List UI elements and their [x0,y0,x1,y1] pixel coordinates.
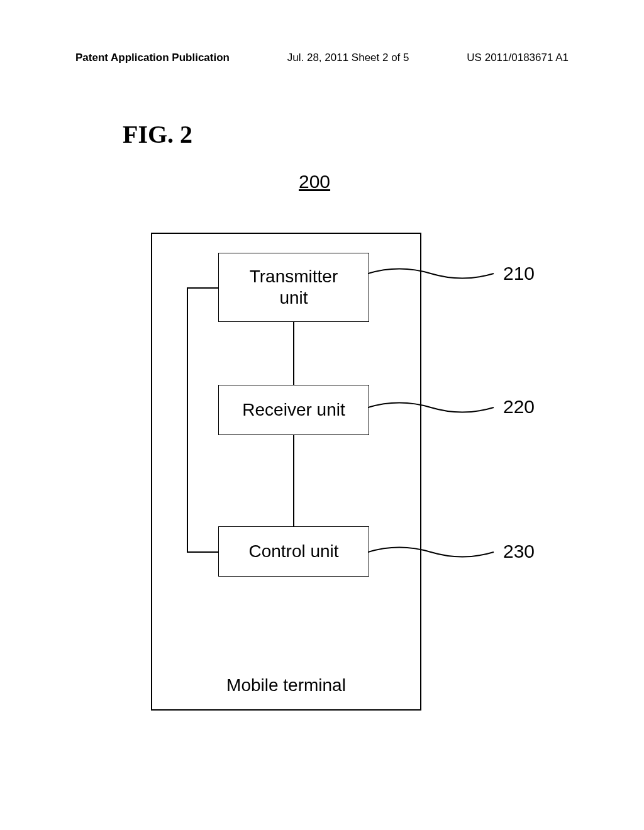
transmitter-unit-box: Transmitter unit [218,253,369,322]
reference-210: 210 [503,263,535,284]
connector-left-bus-top [187,287,218,289]
connector-left-bus-vertical [187,287,188,551]
control-unit-box: Control unit [218,526,369,577]
control-label: Control unit [248,541,338,562]
figure-label: FIG. 2 [123,119,192,149]
page-header: Patent Application Publication Jul. 28, … [0,52,644,64]
connector-left-bus-bottom [187,551,218,553]
reference-200: 200 [299,171,330,192]
header-left: Patent Application Publication [75,52,230,64]
header-right: US 2011/0183671 A1 [467,52,569,64]
reference-220: 220 [503,396,535,418]
container-label: Mobile terminal [152,675,420,695]
connector-tx-rx [293,322,294,385]
connector-rx-ctrl [293,435,294,526]
mobile-terminal-container: Transmitter unit Receiver unit Control u… [151,233,421,711]
transmitter-label-line1: Transmitter [250,266,338,287]
reference-230: 230 [503,541,535,562]
transmitter-label-line2: unit [279,287,308,309]
receiver-label: Receiver unit [242,399,345,421]
receiver-unit-box: Receiver unit [218,385,369,435]
header-center: Jul. 28, 2011 Sheet 2 of 5 [287,52,409,64]
